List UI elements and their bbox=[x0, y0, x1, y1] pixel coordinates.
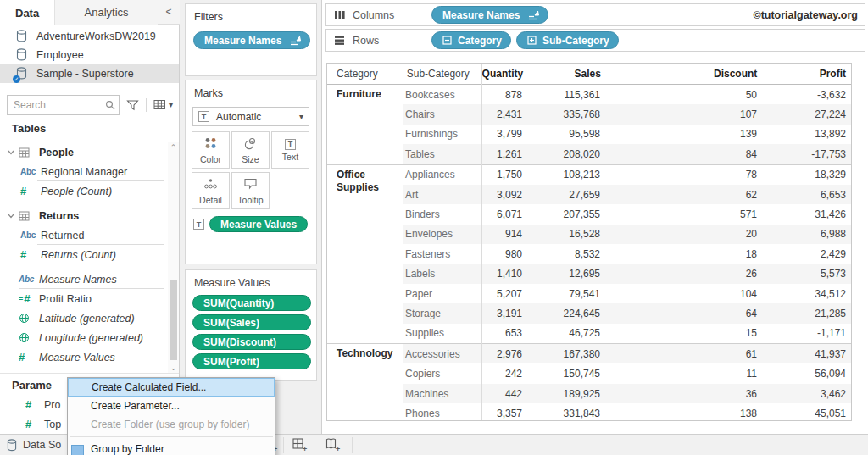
view-options-icon[interactable] bbox=[153, 99, 166, 110]
subcategory-cell[interactable]: Machines bbox=[403, 388, 480, 400]
field-item[interactable]: Longitude (generated) bbox=[0, 328, 168, 347]
rows-shelf[interactable]: Rows CategorySub-Category bbox=[326, 29, 865, 52]
column-header[interactable]: Category bbox=[327, 68, 405, 80]
subcategory-cell[interactable]: Storage bbox=[403, 308, 480, 319]
column-header[interactable]: Sales bbox=[528, 68, 606, 80]
measure-value-pill[interactable]: SUM(Sales) bbox=[192, 314, 311, 330]
subcategory-cell[interactable]: Art bbox=[403, 189, 480, 201]
tab-data[interactable]: Data bbox=[0, 0, 54, 25]
subcategory-cell[interactable]: Binders bbox=[403, 208, 480, 220]
data-source-item[interactable]: ✓Sample - Superstore bbox=[0, 64, 179, 83]
scroll-up-icon[interactable]: ⌃ bbox=[168, 142, 179, 153]
category-cell[interactable]: Technology bbox=[327, 344, 403, 424]
column-header[interactable]: Discount bbox=[606, 68, 762, 80]
menu-item[interactable]: Group by Folder bbox=[68, 440, 275, 455]
scroll-down-icon[interactable]: ⌄ bbox=[168, 363, 179, 373]
table-row[interactable]: Envelopes91416,528206,988 bbox=[403, 225, 851, 244]
fields-scrollbar[interactable]: ⌃ ⌄ bbox=[168, 142, 179, 373]
field-item[interactable]: AbcRegional Manager bbox=[0, 162, 168, 181]
mark-button-size[interactable]: Size bbox=[231, 131, 270, 169]
field-item[interactable]: People bbox=[0, 142, 168, 162]
subcategory-cell[interactable]: Bookcases bbox=[403, 89, 480, 101]
subcategory-cell[interactable]: Paper bbox=[403, 288, 480, 300]
field-item[interactable]: #People (Count) bbox=[0, 181, 168, 201]
category-cell[interactable]: Office Supplies bbox=[327, 165, 403, 344]
new-story-icon[interactable]: + bbox=[326, 438, 342, 452]
table-row[interactable]: Storage3,191224,6456421,285 bbox=[403, 303, 851, 323]
search-icon bbox=[105, 100, 115, 113]
chevron-down-icon[interactable] bbox=[7, 148, 19, 156]
subcategory-cell[interactable]: Appliances bbox=[403, 169, 480, 180]
field-item[interactable]: Returns bbox=[0, 206, 168, 225]
data-source-tab[interactable]: Data So bbox=[7, 435, 61, 455]
subcategory-cell[interactable]: Tables bbox=[403, 148, 480, 160]
mark-type-dropdown[interactable]: T Automatic ▾ bbox=[192, 107, 309, 126]
subcategory-cell[interactable]: Furnishings bbox=[403, 128, 480, 140]
table-row[interactable]: Labels1,41012,695265,573 bbox=[403, 264, 851, 284]
subcategory-cell[interactable]: Supplies bbox=[403, 327, 480, 339]
crosstab-table[interactable]: CategorySub-CategoryQuantitySalesDiscoun… bbox=[326, 63, 852, 421]
field-item[interactable]: =#Profit Ratio bbox=[0, 289, 168, 308]
subcategory-cell[interactable]: Copiers bbox=[403, 368, 480, 380]
mark-button-tooltip[interactable]: Tooltip bbox=[231, 172, 270, 209]
collapse-pane-button[interactable]: < bbox=[158, 0, 180, 25]
category-cell[interactable]: Furniture bbox=[327, 85, 403, 164]
table-row[interactable]: Fasteners9808,532182,429 bbox=[403, 244, 851, 264]
table-row[interactable]: Art3,09227,659626,653 bbox=[403, 185, 851, 204]
mark-button-detail[interactable]: Detail bbox=[192, 172, 230, 209]
table-row[interactable]: Chairs2,431335,76810727,224 bbox=[403, 104, 851, 124]
table-row[interactable]: Furnishings3,79995,59813913,892 bbox=[403, 125, 851, 144]
table-row[interactable]: Copiers242150,7451156,094 bbox=[403, 363, 851, 383]
subcategory-cell[interactable]: Phones bbox=[403, 408, 480, 419]
scrollbar-thumb[interactable] bbox=[170, 280, 177, 360]
measure-value-pill[interactable]: SUM(Quantity) bbox=[192, 295, 311, 311]
chevron-down-icon[interactable] bbox=[7, 212, 19, 219]
field-item[interactable]: #Returns (Count) bbox=[0, 245, 168, 264]
column-header[interactable]: Profit bbox=[762, 68, 851, 80]
data-source-item[interactable]: Employee bbox=[0, 46, 179, 64]
quantity-cell: 914 bbox=[480, 228, 527, 240]
search-input[interactable] bbox=[8, 96, 119, 114]
field-item[interactable]: AbcReturned bbox=[0, 225, 168, 245]
subcategory-cell[interactable]: Accessories bbox=[403, 348, 480, 360]
measure-value-pill[interactable]: SUM(Profit) bbox=[192, 353, 311, 369]
menu-item[interactable]: Create Parameter... bbox=[68, 397, 275, 415]
profit-cell: 27,224 bbox=[762, 108, 851, 120]
table-row[interactable]: Machines442189,925363,462 bbox=[403, 384, 851, 403]
table-row[interactable]: Tables1,261208,02084-17,753 bbox=[403, 144, 851, 164]
new-dashboard-icon[interactable]: + bbox=[292, 438, 309, 452]
mark-button-color[interactable]: Color bbox=[192, 131, 230, 169]
sales-cell: 189,925 bbox=[527, 388, 605, 400]
table-row[interactable]: Binders6,071207,35557131,426 bbox=[403, 204, 851, 224]
field-item[interactable]: Latitude (generated) bbox=[0, 308, 168, 328]
columns-pill[interactable]: Measure Names bbox=[431, 6, 548, 24]
column-header[interactable]: Sub-Category bbox=[405, 68, 481, 80]
measure-value-pill[interactable]: SUM(Discount) bbox=[192, 334, 311, 350]
column-header[interactable]: Quantity bbox=[481, 68, 528, 80]
rows-pill[interactable]: Sub-Category bbox=[516, 31, 619, 49]
view-options-caret-icon[interactable]: ▾ bbox=[169, 100, 173, 109]
worksheet-view: Columns Measure Names ©tutorialgateway.o… bbox=[322, 0, 868, 434]
subcategory-cell[interactable]: Envelopes bbox=[403, 228, 480, 240]
table-row[interactable]: Accessories2,976167,3806141,937 bbox=[403, 344, 851, 363]
data-source-item[interactable]: AdventureWorksDW2019 bbox=[0, 27, 179, 46]
filter-pill-measure-names[interactable]: Measure Names bbox=[193, 31, 310, 49]
subcategory-cell[interactable]: Fasteners bbox=[403, 248, 480, 260]
menu-item[interactable]: Create Folder (use group by folder) bbox=[68, 415, 275, 434]
rows-pill[interactable]: Category bbox=[431, 31, 511, 49]
tab-analytics[interactable]: Analytics bbox=[54, 0, 158, 25]
text-shelf-pill-measure-values[interactable]: Measure Values bbox=[209, 216, 308, 232]
table-row[interactable]: Phones3,357331,84313845,051 bbox=[403, 403, 851, 423]
filter-fields-icon[interactable] bbox=[126, 99, 139, 111]
menu-item[interactable]: Create Calculated Field... bbox=[68, 378, 275, 397]
table-row[interactable]: Bookcases878115,36150-3,632 bbox=[403, 85, 851, 104]
field-item[interactable]: AbcMeasure Names bbox=[0, 269, 168, 289]
columns-shelf[interactable]: Columns Measure Names ©tutorialgateway.o… bbox=[326, 3, 865, 26]
table-row[interactable]: Appliances1,750108,2137818,329 bbox=[403, 165, 851, 185]
subcategory-cell[interactable]: Chairs bbox=[403, 108, 480, 120]
table-row[interactable]: Paper5,20779,54110434,512 bbox=[403, 284, 851, 303]
subcategory-cell[interactable]: Labels bbox=[403, 268, 480, 280]
table-row[interactable]: Supplies65346,72515-1,171 bbox=[403, 324, 851, 343]
mark-button-text[interactable]: TText bbox=[271, 131, 309, 169]
field-item[interactable]: #Measure Values bbox=[0, 347, 168, 367]
